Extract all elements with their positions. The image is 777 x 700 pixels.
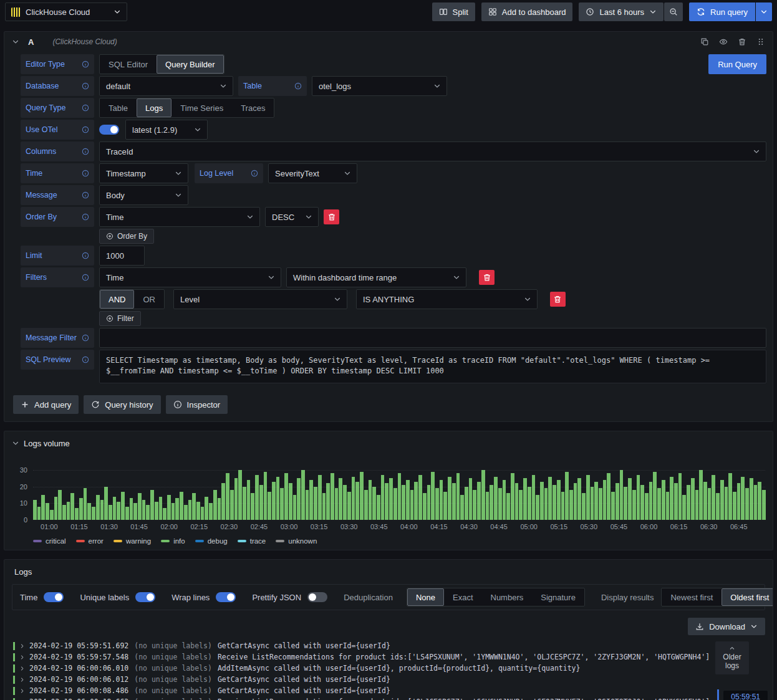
remove-condition-button[interactable] [550,292,566,307]
drag-handle-icon[interactable] [756,37,765,46]
message-filter-input[interactable] [99,328,766,348]
volume-bar [150,490,154,520]
legend-item-unknown[interactable]: unknown [276,537,317,545]
condition-operator-select[interactable]: IS ANYTHING [356,289,538,309]
add-filter-row: Filter [21,311,766,326]
legend-item-debug[interactable]: debug [195,537,228,545]
expand-log-row-icon[interactable] [19,654,25,660]
otel-version-select[interactable]: latest (1.2.9) [125,120,208,140]
run-query-button[interactable]: Run query [689,2,755,21]
conjunction-switcher: ANDOR [99,289,165,309]
query-history-button[interactable]: Query history [84,395,160,414]
trash-icon [553,295,562,304]
database-select[interactable]: default [99,76,233,96]
legend-item-trace[interactable]: trace [238,537,266,545]
option-newest-first[interactable]: Newest first [662,588,722,606]
add-query-button[interactable]: Add query [13,395,79,414]
remove-order-by-button[interactable] [324,209,339,224]
scroll-time-marker: 05:59:51 [717,689,768,700]
datasource-picker[interactable]: ClickHouse Cloud [5,2,127,21]
add-filter-button[interactable]: Filter [99,311,141,326]
log-level-select[interactable]: SeverityText [268,163,357,183]
log-row[interactable]: 2024-02-19 06:00:18.663(no unique labels… [12,696,765,700]
time-range-picker[interactable]: Last 6 hours [579,2,664,21]
option-signature[interactable]: Signature [532,588,584,606]
volume-bar [670,477,673,520]
columns-select[interactable]: TraceId [99,141,766,161]
order-by-direction-select[interactable]: DESC [265,207,319,227]
unique-labels-toggle[interactable] [135,592,155,602]
option-exact[interactable]: Exact [444,588,482,606]
log-row[interactable]: 2024-02-19 06:00:06.010(no unique labels… [12,663,765,674]
inspector-button[interactable]: Inspector [166,395,228,414]
legend-swatch [76,540,85,542]
remove-filter-button[interactable] [479,270,495,285]
volume-bar [494,477,498,520]
run-query-dropdown[interactable] [756,2,772,21]
log-row[interactable]: 2024-02-19 05:59:57.548(no unique labels… [12,651,765,663]
info-icon [82,170,89,177]
duplicate-query-icon[interactable] [700,37,709,46]
option-none[interactable]: None [407,588,444,606]
table-select[interactable]: otel_logs [312,76,447,96]
scroll-position-indicator[interactable] [717,689,719,700]
order-by-column-select[interactable]: Time [99,207,260,227]
option-numbers[interactable]: Numbers [482,588,533,606]
expand-log-row-icon[interactable] [19,677,25,683]
split-button[interactable]: Split [432,2,475,21]
volume-bar [326,483,330,520]
datasource-picker-value: ClickHouse Cloud [26,7,90,17]
use-otel-toggle[interactable] [99,125,119,135]
time-toggle[interactable] [44,592,64,602]
option-time-series[interactable]: Time Series [171,98,232,117]
filter-field-select[interactable]: Time [99,267,281,287]
query-collapse-toggle[interactable]: A (ClickHouse Cloud) [12,37,117,47]
option-and[interactable]: AND [100,290,134,309]
add-to-dashboard-button[interactable]: Add to dashboard [481,2,573,21]
volume-bar [293,495,297,520]
add-order-by-button[interactable]: Order By [99,229,154,244]
volume-bar [247,480,251,520]
log-row[interactable]: 2024-02-19 06:00:08.486(no unique labels… [12,685,765,696]
zoom-out-button[interactable] [664,2,683,21]
run-query-inline-button[interactable]: Run Query [708,54,766,74]
message-column-select[interactable]: Body [99,185,188,205]
volume-bar [393,488,397,520]
option-traces[interactable]: Traces [232,98,274,117]
download-button[interactable]: Download [688,618,765,635]
option-oldest-first[interactable]: Oldest first [722,588,773,606]
filters-label: Filters [21,267,94,287]
option-sql-editor[interactable]: SQL Editor [100,55,157,74]
volume-bar [37,507,41,520]
option-or[interactable]: OR [134,290,164,309]
logs-volume-header[interactable]: Logs volume [12,436,765,450]
toggle-query-visibility-icon[interactable] [719,37,728,46]
prettify-json-toggle[interactable] [307,592,327,602]
legend-item-error[interactable]: error [76,537,104,545]
volume-bar [515,483,519,520]
query-datasource-hint: (ClickHouse Cloud) [52,37,117,46]
condition-field-select[interactable]: Level [173,289,347,309]
time-column-select[interactable]: Timestamp [99,163,188,183]
expand-log-row-icon[interactable] [19,643,25,649]
legend-item-warning[interactable]: warning [113,537,151,545]
filter-operator-select[interactable]: Within dashboard time range [286,267,466,287]
option-table[interactable]: Table [100,98,137,117]
option-logs[interactable]: Logs [137,98,171,117]
log-row[interactable]: 2024-02-19 06:00:06.012(no unique labels… [12,674,765,685]
x-tick: 04:30 [460,523,478,530]
x-tick: 05:00 [520,523,538,530]
volume-bar [418,475,422,520]
log-row[interactable]: 2024-02-19 05:59:51.692(no unique labels… [12,640,765,651]
delete-query-icon[interactable] [738,37,746,46]
chevron-down-icon [194,126,201,133]
expand-log-row-icon[interactable] [19,666,25,671]
legend-item-info[interactable]: info [161,537,185,545]
limit-input[interactable] [99,246,145,266]
expand-log-row-icon[interactable] [19,688,25,694]
older-logs-button[interactable]: Older logs [715,641,749,674]
legend-item-critical[interactable]: critical [33,537,66,545]
option-query-builder[interactable]: Query Builder [157,55,223,74]
wrap-lines-toggle[interactable] [216,592,236,602]
log-unique-labels: (no unique labels) [134,653,212,661]
